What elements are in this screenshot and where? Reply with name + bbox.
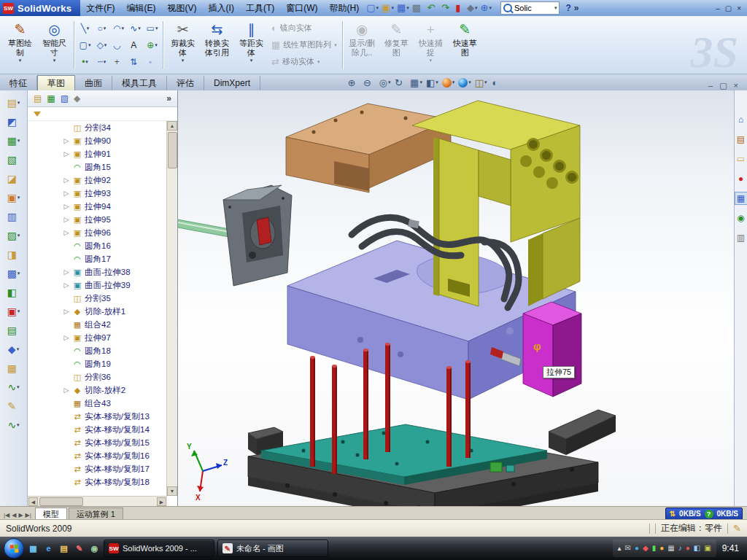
chevron-down-icon[interactable]: ▾ [18, 308, 20, 314]
task-pane-tab[interactable]: ▤ [735, 133, 747, 145]
chevron-down-icon[interactable]: ▾ [17, 346, 20, 352]
chevron-down-icon[interactable]: ▾ [155, 42, 158, 48]
tab-nav-button[interactable]: |◀ [4, 512, 9, 518]
scroll-down-icon[interactable]: ▼ [167, 486, 177, 496]
feature-tree-item[interactable]: ▷ ◫ 分割34 [63, 121, 167, 134]
feature-tree-item[interactable]: ▷ ◠ 圆角17 [63, 252, 167, 265]
standard-toolbar-button[interactable]: ▣ ▾ [380, 1, 395, 15]
quick-launch-button[interactable]: e [42, 542, 55, 555]
feature-tree-item[interactable]: ▷ ◠ 圆角15 [63, 160, 167, 174]
help-icon[interactable]: ? [565, 3, 570, 13]
window-control-button[interactable]: – [716, 4, 720, 12]
sketch-tool-button[interactable]: ✎ 快速草 图 ▾ [448, 19, 482, 71]
feature-tree-item[interactable]: ▷ ⇄ 实体-移动/复制17 [63, 462, 167, 475]
task-pane-tab[interactable]: ▥ [735, 232, 747, 244]
left-toolbar-button[interactable]: ◆ ▾ [8, 341, 19, 357]
scroll-up-icon[interactable]: ▲ [167, 121, 177, 131]
expander-icon[interactable]: ▷ [63, 334, 70, 341]
standard-toolbar-button[interactable]: ↷ ▾ [440, 1, 454, 15]
menu-item[interactable]: 插入(I) [203, 1, 240, 16]
sketch-entity-button[interactable]: • ▾ [77, 53, 93, 70]
search-input[interactable] [514, 4, 552, 13]
task-pane-tab[interactable]: ▦ [735, 192, 747, 204]
chevron-down-icon[interactable]: ▾ [87, 26, 90, 31]
quick-launch-button[interactable]: ▤ [58, 542, 70, 555]
commandmanager-tab[interactable]: DimXpert [204, 76, 260, 90]
left-toolbar-button[interactable]: ◪ ▾ [7, 170, 20, 187]
standard-toolbar-button[interactable]: ▩ ▾ [411, 1, 426, 15]
sketch-entity-button[interactable]: ◡ ▾ [110, 36, 127, 53]
feature-tree-item[interactable]: ▷ ◠ 圆角18 [63, 344, 167, 357]
left-toolbar-button[interactable]: ▥ ▾ [7, 208, 20, 225]
tray-icon[interactable]: ▴ [618, 545, 622, 552]
part-clamp[interactable] [223, 185, 292, 286]
view-tool-button[interactable]: ⊕ ▾ [347, 76, 360, 89]
feature-tree-item[interactable]: ▷ ▣ 拉伸97 [63, 331, 167, 344]
task-pane-tab[interactable]: ◉ [735, 212, 747, 224]
sketch-entity-button[interactable]: ○ ▾ [93, 20, 110, 36]
sketch-entity-button[interactable]: ◠ ▾ [110, 20, 127, 36]
left-toolbar-button[interactable]: ▣ ▾ [7, 189, 20, 206]
edit-pencil-icon[interactable]: ✎ [733, 523, 741, 534]
sketch-entity-button[interactable]: ⊕ ▾ [144, 36, 160, 53]
feature-tree-item[interactable]: ▷ ▣ 拉伸95 [63, 213, 167, 226]
tray-icon[interactable]: ♪ [678, 545, 682, 552]
left-toolbar-button[interactable]: ◩ ▾ [7, 113, 20, 130]
chevron-down-icon[interactable]: ▾ [554, 5, 557, 11]
left-toolbar-button[interactable]: ◧ ▾ [7, 284, 20, 300]
chevron-down-icon[interactable]: ▾ [430, 58, 433, 63]
scrollbar-thumb[interactable] [39, 497, 83, 506]
part-green-block[interactable] [490, 462, 502, 472]
feature-tree-item[interactable]: ▷ ◆ 切除-放样2 [63, 384, 167, 397]
chevron-down-icon[interactable]: ▾ [53, 58, 56, 63]
chevron-down-icon[interactable]: ▾ [334, 42, 337, 48]
feature-tree-item[interactable]: ▷ ◆ 切除-放样1 [63, 305, 167, 318]
part-tan-plate[interactable] [286, 104, 451, 192]
expander-icon[interactable]: ▷ [63, 137, 70, 144]
feature-tree-item[interactable]: ▷ ◫ 分割35 [63, 292, 167, 305]
window-control-button[interactable]: × [737, 4, 741, 12]
chevron-down-icon[interactable]: ▾ [475, 5, 478, 11]
expander-icon[interactable]: ▷ [63, 176, 70, 184]
menu-item[interactable]: 视图(V) [162, 1, 203, 16]
feature-tree-item[interactable]: ▷ ◠ 圆角16 [63, 239, 167, 252]
tray-icon[interactable]: ✉ [625, 545, 631, 552]
quick-launch-button[interactable]: ◉ [88, 542, 101, 555]
manager-tab-icon[interactable]: ▤ [34, 93, 42, 104]
view-tool-button[interactable]: ▾ [457, 76, 472, 89]
commandmanager-tab[interactable]: 评估 [167, 76, 204, 90]
chevron-down-icon[interactable]: ▾ [484, 79, 487, 85]
scroll-right-icon[interactable]: ▶ [157, 497, 166, 506]
chevron-down-icon[interactable]: ▾ [317, 59, 320, 65]
sketch-tool-button[interactable]: ▦ 线性草图阵列 ▾ [268, 37, 340, 53]
menu-item[interactable]: 窗口(W) [280, 1, 323, 16]
sketch-entity-button[interactable]: + ▾ [110, 53, 127, 70]
sketch-entity-button[interactable]: ◇ ▾ [93, 36, 110, 53]
menu-item[interactable]: 工具(T) [240, 1, 280, 16]
sketch-entity-button[interactable]: A ▾ [127, 36, 144, 53]
quick-launch-button[interactable]: ✎ [73, 542, 85, 555]
feature-tree-item[interactable]: ▷ ▣ 拉伸92 [63, 174, 167, 187]
menu-item[interactable]: 帮助(H) [324, 1, 365, 16]
chevron-down-icon[interactable]: ▾ [104, 26, 107, 31]
tree-horizontal-scrollbar[interactable]: ◀ ▶ [28, 496, 167, 506]
quick-launch-button[interactable]: ▦ [27, 542, 39, 555]
chevron-down-icon[interactable]: ▾ [468, 79, 471, 85]
standard-toolbar-button[interactable]: ⊕ ▾ [479, 1, 493, 15]
sketch-tool-button[interactable]: ∥ 等距实 体 ▾ [234, 19, 268, 71]
sketch-tool-button[interactable]: ✂ 剪裁实 体 ▾ [166, 19, 200, 71]
document-tab[interactable]: 模型 [35, 508, 67, 520]
chevron-down-icon[interactable]: ▾ [18, 195, 20, 201]
chevron-down-icon[interactable]: ▾ [388, 79, 391, 85]
sketch-tool-button[interactable]: ⇆ 转换实 体引用 ▾ [200, 19, 234, 71]
standard-toolbar-button[interactable]: ◆ ▾ [465, 1, 479, 15]
tray-icon[interactable]: ◧ [694, 545, 700, 552]
left-toolbar-button[interactable]: ▣ ▾ [7, 303, 20, 319]
sketch-tool-button[interactable]: ✎ 草图绘 制 ▾ [3, 19, 37, 71]
tab-nav-button[interactable]: ◀ [12, 512, 16, 518]
left-toolbar-button[interactable]: ▤ ▾ [7, 322, 20, 338]
network-speed-widget[interactable]: ⇅ 0KB/S ? 0KB/S [665, 508, 743, 520]
left-toolbar-button[interactable]: ▤ ▾ [7, 94, 20, 111]
tray-icon[interactable]: ◆ [643, 545, 649, 552]
feature-tree-item[interactable]: ▷ ▣ 拉伸93 [63, 187, 167, 200]
